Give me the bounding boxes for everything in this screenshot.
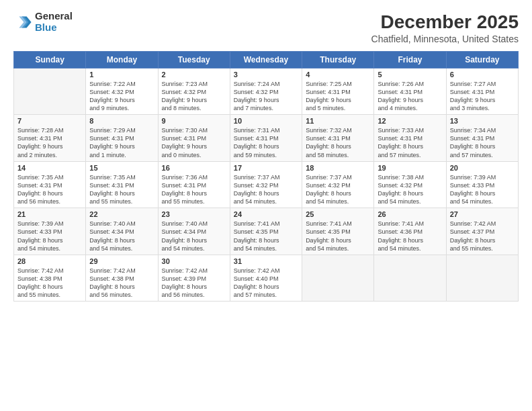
calendar-cell: 5Sunrise: 7:26 AM Sunset: 4:31 PM Daylig… <box>374 68 446 115</box>
day-number: 1 <box>89 71 154 79</box>
day-info: Sunrise: 7:41 AM Sunset: 4:36 PM Dayligh… <box>378 220 442 253</box>
day-info: Sunrise: 7:42 AM Sunset: 4:40 PM Dayligh… <box>234 267 298 300</box>
day-info: Sunrise: 7:27 AM Sunset: 4:31 PM Dayligh… <box>450 80 515 113</box>
day-number: 7 <box>17 117 82 125</box>
day-number: 15 <box>89 164 154 172</box>
day-info: Sunrise: 7:37 AM Sunset: 4:32 PM Dayligh… <box>306 173 370 206</box>
day-info: Sunrise: 7:23 AM Sunset: 4:32 PM Dayligh… <box>162 80 226 113</box>
day-number: 16 <box>162 164 226 172</box>
calendar-cell: 11Sunrise: 7:32 AM Sunset: 4:31 PM Dayli… <box>302 115 374 162</box>
page: General Blue December 2025 Chatfield, Mi… <box>0 0 532 411</box>
calendar-cell: 23Sunrise: 7:40 AM Sunset: 4:34 PM Dayli… <box>158 208 230 255</box>
day-number: 28 <box>17 257 82 265</box>
day-info: Sunrise: 7:37 AM Sunset: 4:32 PM Dayligh… <box>234 173 298 206</box>
day-number: 25 <box>306 210 370 218</box>
weekday-header-monday: Monday <box>86 51 158 68</box>
day-number: 24 <box>234 210 298 218</box>
day-number: 13 <box>450 117 515 125</box>
title-block: December 2025 Chatfield, Minnesota, Unit… <box>371 11 519 44</box>
calendar-cell <box>446 255 518 302</box>
calendar-cell: 3Sunrise: 7:24 AM Sunset: 4:32 PM Daylig… <box>230 68 302 115</box>
header: General Blue December 2025 Chatfield, Mi… <box>13 11 519 44</box>
calendar-header: SundayMondayTuesdayWednesdayThursdayFrid… <box>14 51 519 68</box>
calendar-cell: 16Sunrise: 7:36 AM Sunset: 4:31 PM Dayli… <box>158 161 230 208</box>
logo: General Blue <box>13 11 73 33</box>
day-number: 12 <box>378 117 442 125</box>
weekday-header-friday: Friday <box>374 51 446 68</box>
calendar-body: 1Sunrise: 7:22 AM Sunset: 4:32 PM Daylig… <box>14 68 519 302</box>
weekday-header-tuesday: Tuesday <box>158 51 230 68</box>
day-info: Sunrise: 7:24 AM Sunset: 4:32 PM Dayligh… <box>234 80 298 113</box>
day-info: Sunrise: 7:35 AM Sunset: 4:31 PM Dayligh… <box>17 173 82 206</box>
day-info: Sunrise: 7:42 AM Sunset: 4:38 PM Dayligh… <box>89 267 154 300</box>
day-number: 31 <box>234 257 298 265</box>
day-number: 18 <box>306 164 370 172</box>
day-info: Sunrise: 7:28 AM Sunset: 4:31 PM Dayligh… <box>17 126 82 159</box>
logo-text: General Blue <box>35 11 73 33</box>
day-number: 2 <box>162 71 226 79</box>
weekday-header-saturday: Saturday <box>446 51 518 68</box>
calendar-cell: 6Sunrise: 7:27 AM Sunset: 4:31 PM Daylig… <box>446 68 518 115</box>
day-info: Sunrise: 7:34 AM Sunset: 4:31 PM Dayligh… <box>450 126 515 159</box>
day-info: Sunrise: 7:39 AM Sunset: 4:33 PM Dayligh… <box>17 220 82 253</box>
calendar-week-row: 28Sunrise: 7:42 AM Sunset: 4:38 PM Dayli… <box>14 255 519 302</box>
day-number: 21 <box>17 210 82 218</box>
calendar-cell: 18Sunrise: 7:37 AM Sunset: 4:32 PM Dayli… <box>302 161 374 208</box>
calendar-cell: 20Sunrise: 7:39 AM Sunset: 4:33 PM Dayli… <box>446 161 518 208</box>
weekday-header-sunday: Sunday <box>14 51 86 68</box>
day-info: Sunrise: 7:31 AM Sunset: 4:31 PM Dayligh… <box>234 126 298 159</box>
day-number: 30 <box>162 257 226 265</box>
weekday-header-wednesday: Wednesday <box>230 51 302 68</box>
calendar-cell: 28Sunrise: 7:42 AM Sunset: 4:38 PM Dayli… <box>14 255 86 302</box>
calendar-week-row: 1Sunrise: 7:22 AM Sunset: 4:32 PM Daylig… <box>14 68 519 115</box>
calendar-cell: 7Sunrise: 7:28 AM Sunset: 4:31 PM Daylig… <box>14 115 86 162</box>
calendar-cell: 25Sunrise: 7:41 AM Sunset: 4:35 PM Dayli… <box>302 208 374 255</box>
calendar-cell: 31Sunrise: 7:42 AM Sunset: 4:40 PM Dayli… <box>230 255 302 302</box>
day-info: Sunrise: 7:40 AM Sunset: 4:34 PM Dayligh… <box>162 220 226 253</box>
calendar-cell: 24Sunrise: 7:41 AM Sunset: 4:35 PM Dayli… <box>230 208 302 255</box>
weekday-header-thursday: Thursday <box>302 51 374 68</box>
calendar-cell: 29Sunrise: 7:42 AM Sunset: 4:38 PM Dayli… <box>86 255 158 302</box>
day-number: 27 <box>450 210 515 218</box>
day-info: Sunrise: 7:26 AM Sunset: 4:31 PM Dayligh… <box>378 80 442 113</box>
calendar-week-row: 7Sunrise: 7:28 AM Sunset: 4:31 PM Daylig… <box>14 115 519 162</box>
day-number: 14 <box>17 164 82 172</box>
day-number: 17 <box>234 164 298 172</box>
calendar-cell: 13Sunrise: 7:34 AM Sunset: 4:31 PM Dayli… <box>446 115 518 162</box>
day-info: Sunrise: 7:30 AM Sunset: 4:31 PM Dayligh… <box>162 126 226 159</box>
day-number: 10 <box>234 117 298 125</box>
calendar-cell <box>374 255 446 302</box>
calendar-cell: 19Sunrise: 7:38 AM Sunset: 4:32 PM Dayli… <box>374 161 446 208</box>
calendar-cell: 2Sunrise: 7:23 AM Sunset: 4:32 PM Daylig… <box>158 68 230 115</box>
day-info: Sunrise: 7:42 AM Sunset: 4:37 PM Dayligh… <box>450 220 515 253</box>
weekday-header-row: SundayMondayTuesdayWednesdayThursdayFrid… <box>14 51 519 68</box>
calendar-cell: 14Sunrise: 7:35 AM Sunset: 4:31 PM Dayli… <box>14 161 86 208</box>
day-number: 23 <box>162 210 226 218</box>
calendar-cell: 4Sunrise: 7:25 AM Sunset: 4:31 PM Daylig… <box>302 68 374 115</box>
subtitle: Chatfield, Minnesota, United States <box>371 34 519 44</box>
calendar-cell: 26Sunrise: 7:41 AM Sunset: 4:36 PM Dayli… <box>374 208 446 255</box>
calendar-cell <box>302 255 374 302</box>
day-number: 19 <box>378 164 442 172</box>
main-title: December 2025 <box>371 11 519 34</box>
calendar-cell: 10Sunrise: 7:31 AM Sunset: 4:31 PM Dayli… <box>230 115 302 162</box>
day-info: Sunrise: 7:35 AM Sunset: 4:31 PM Dayligh… <box>89 173 154 206</box>
day-number: 6 <box>450 71 515 79</box>
calendar-cell <box>14 68 86 115</box>
calendar-cell: 21Sunrise: 7:39 AM Sunset: 4:33 PM Dayli… <box>14 208 86 255</box>
day-number: 4 <box>306 71 370 79</box>
calendar-cell: 30Sunrise: 7:42 AM Sunset: 4:39 PM Dayli… <box>158 255 230 302</box>
day-number: 5 <box>378 71 442 79</box>
calendar-cell: 22Sunrise: 7:40 AM Sunset: 4:34 PM Dayli… <box>86 208 158 255</box>
calendar-week-row: 14Sunrise: 7:35 AM Sunset: 4:31 PM Dayli… <box>14 161 519 208</box>
day-number: 20 <box>450 164 515 172</box>
day-number: 29 <box>89 257 154 265</box>
day-info: Sunrise: 7:25 AM Sunset: 4:31 PM Dayligh… <box>306 80 370 113</box>
calendar-week-row: 21Sunrise: 7:39 AM Sunset: 4:33 PM Dayli… <box>14 208 519 255</box>
calendar-cell: 27Sunrise: 7:42 AM Sunset: 4:37 PM Dayli… <box>446 208 518 255</box>
day-info: Sunrise: 7:40 AM Sunset: 4:34 PM Dayligh… <box>89 220 154 253</box>
day-number: 9 <box>162 117 226 125</box>
day-info: Sunrise: 7:41 AM Sunset: 4:35 PM Dayligh… <box>306 220 370 253</box>
day-number: 8 <box>89 117 154 125</box>
day-info: Sunrise: 7:22 AM Sunset: 4:32 PM Dayligh… <box>89 80 154 113</box>
